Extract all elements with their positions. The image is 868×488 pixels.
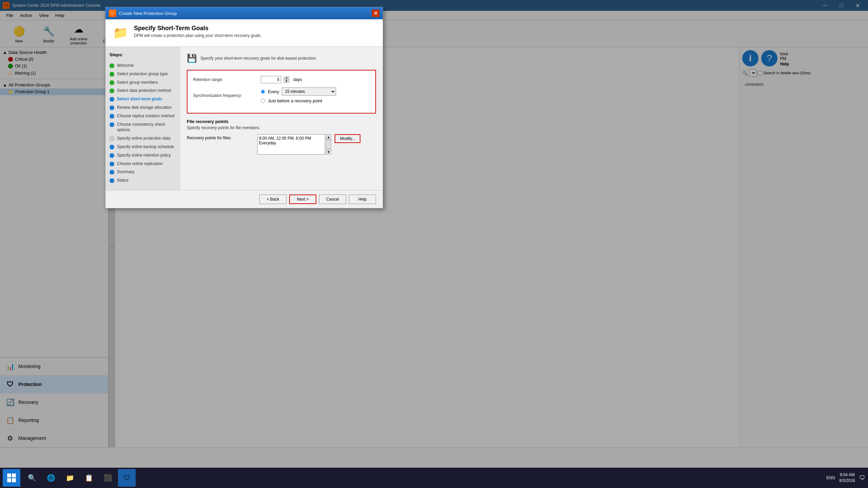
step-dot-data-protection	[110, 88, 114, 93]
taskbar-icons: 🔍 🌐 📁 📋 ⬛ 🛡	[23, 469, 136, 487]
step-consistency-check[interactable]: Choose consistency check options	[110, 120, 176, 135]
sync-before-label[interactable]: Just before a recovery point	[268, 98, 322, 103]
step-online-retention-policy[interactable]: Specify online retention policy	[110, 151, 176, 160]
recovery-schedule-days: Everyday	[259, 141, 323, 145]
dialog-footer: < Back Next > Cancel Help	[105, 190, 383, 208]
step-label-summary: Summary	[117, 169, 134, 175]
step-dot-online-protection	[110, 136, 114, 141]
step-label-online-replication: Choose online replication	[117, 161, 163, 167]
list-scroll-track	[326, 140, 331, 149]
sync-freq-control: Every 15 minutes 30 minutes 1 hour 2 hou…	[261, 87, 336, 103]
modify-button[interactable]: Modify...	[335, 134, 360, 143]
sync-frequency-select[interactable]: 15 minutes 30 minutes 1 hour 2 hours 4 h…	[282, 87, 336, 96]
step-label-short-term: Select short-term goals	[117, 96, 162, 102]
time-display: 9:04 AM	[839, 472, 855, 478]
step-dot-disk-storage	[110, 105, 114, 110]
step-online-replication[interactable]: Choose online replication	[110, 160, 176, 168]
step-group-members[interactable]: Select group members	[110, 78, 176, 87]
sync-before-radio[interactable]	[261, 99, 265, 103]
sync-every-label[interactable]: Every	[268, 89, 279, 94]
windows-logo-icon	[7, 473, 16, 483]
step-dot-welcome	[110, 63, 114, 68]
step-dot-short-term	[110, 97, 114, 102]
dialog-header-desc: DPM will create a protection plan using …	[134, 33, 262, 38]
step-label-consistency: Choose consistency check options	[117, 122, 176, 133]
back-button[interactable]: < Back	[259, 195, 287, 204]
step-welcome[interactable]: Welcome	[110, 61, 176, 70]
taskbar-dpm-icon[interactable]: 🛡	[118, 469, 136, 487]
dialog-header-title: Specify Short-Term Goals	[134, 25, 262, 32]
dialog-overlay: 🛡 Create New Protection Group ✕ 📁 Specif…	[0, 0, 868, 488]
retention-up-button[interactable]: ▲	[284, 76, 289, 80]
taskbar-search-icon[interactable]: 🔍	[23, 469, 41, 487]
svg-rect-0	[7, 473, 11, 477]
dialog-close-button[interactable]: ✕	[372, 9, 379, 17]
dialog-header: 📁 Specify Short-Term Goals DPM will crea…	[105, 19, 383, 47]
taskbar-lang: ENG	[826, 475, 835, 480]
short-term-goals-form: Retention range: ▲ ▼ days Synchroniza	[187, 70, 376, 114]
step-label-status: Status	[117, 178, 129, 183]
list-scroll-up[interactable]: ▲	[326, 134, 331, 140]
step-dot-retention	[110, 153, 114, 158]
dialog-title: Create New Protection Group	[119, 11, 372, 16]
svg-rect-3	[12, 478, 16, 482]
step-dot-consistency	[110, 122, 114, 127]
sync-before-row: Just before a recovery point	[261, 98, 336, 103]
content-description-text: Specify your short-term recovery goals f…	[200, 56, 317, 61]
create-protection-group-dialog: 🛡 Create New Protection Group ✕ 📁 Specif…	[105, 7, 383, 208]
date-display: 8/3/2016	[839, 478, 855, 484]
taskbar-folder-icon[interactable]: 📁	[61, 469, 79, 487]
dialog-body: Steps: Welcome Select protection group t…	[105, 47, 383, 190]
step-data-protection-method[interactable]: Select data protection method	[110, 86, 176, 95]
dialog-header-icon: 📁	[112, 25, 129, 41]
retention-down-button[interactable]: ▼	[284, 80, 289, 83]
retention-range-label: Retention range:	[193, 77, 261, 82]
recovery-points-control: 8:00 AM, 12:00 PM, 6:00 PM Everyday ▲ ▼ …	[257, 134, 360, 155]
taskbar-ie-icon[interactable]: 🌐	[42, 469, 60, 487]
step-label-welcome: Welcome	[117, 63, 134, 68]
sync-every-radio[interactable]	[261, 89, 265, 94]
recovery-points-list: 8:00 AM, 12:00 PM, 6:00 PM Everyday	[257, 134, 325, 155]
content-description: 💾 Specify your short-term recovery goals…	[187, 54, 376, 63]
dialog-titlebar: 🛡 Create New Protection Group ✕	[105, 7, 383, 19]
recovery-schedule-text: 8:00 AM, 12:00 PM, 6:00 PM	[259, 136, 323, 141]
step-dot-online-backup	[110, 145, 114, 149]
retention-unit: days	[293, 77, 302, 82]
step-label-online-backup: Specify online backup schedule	[117, 144, 174, 150]
sync-freq-label: Synchronization frequency:	[193, 93, 261, 98]
step-replica-creation[interactable]: Choose replica creation method	[110, 112, 176, 120]
step-short-term-goals[interactable]: Select short-term goals	[110, 95, 176, 103]
disk-icon: 💾	[187, 54, 197, 63]
next-button[interactable]: Next >	[289, 195, 316, 204]
file-recovery-row: Recovery points for files: 8:00 AM, 12:0…	[187, 134, 376, 155]
step-dot-protection-type	[110, 72, 114, 77]
taskbar: 🔍 🌐 📁 📋 ⬛ 🛡 ENG 9:04 AM 8/3/2016 🗨	[0, 468, 868, 488]
step-online-backup-schedule[interactable]: Specify online backup schedule	[110, 143, 176, 151]
step-online-protection-data[interactable]: Specify online protection data	[110, 134, 176, 143]
help-button[interactable]: Help	[349, 195, 376, 204]
start-button[interactable]	[3, 469, 20, 487]
cancel-button[interactable]: Cancel	[319, 195, 346, 204]
taskbar-terminal-icon[interactable]: ⬛	[99, 469, 117, 487]
step-label-protection-type: Select protection group type	[117, 71, 167, 77]
list-scroll-down[interactable]: ▼	[326, 149, 331, 155]
step-disk-storage[interactable]: Review disk storage allocation	[110, 103, 176, 112]
step-label-replica: Choose replica creation method	[117, 113, 174, 119]
step-dot-online-replication	[110, 162, 114, 166]
step-dot-summary	[110, 170, 114, 175]
taskbar-notes-icon[interactable]: 📋	[80, 469, 98, 487]
notification-icon[interactable]: 🗨	[859, 474, 865, 482]
dialog-title-icon: 🛡	[109, 9, 116, 17]
step-summary[interactable]: Summary	[110, 168, 176, 176]
svg-rect-1	[12, 473, 16, 477]
step-status[interactable]: Status	[110, 176, 176, 185]
step-protection-type[interactable]: Select protection group type	[110, 70, 176, 78]
step-label-retention: Specify online retention policy	[117, 152, 171, 158]
retention-range-input[interactable]	[261, 76, 281, 83]
dialog-header-text: Specify Short-Term Goals DPM will create…	[134, 25, 262, 38]
file-recovery-section: File recovery points Specify recovery po…	[187, 119, 376, 155]
dialog-content-panel: 💾 Specify your short-term recovery goals…	[180, 47, 383, 190]
svg-rect-2	[7, 478, 11, 482]
list-scrollbar: ▲ ▼	[326, 134, 331, 155]
step-label-group-members: Select group members	[117, 80, 158, 85]
